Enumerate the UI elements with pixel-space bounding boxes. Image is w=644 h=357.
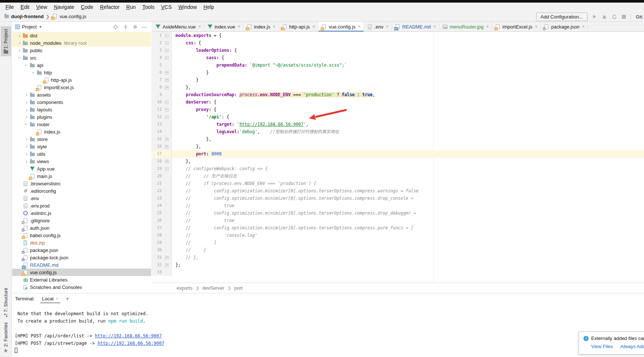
stripe-tab-structure[interactable]: 7: Structure: [0, 285, 11, 320]
code-line-24[interactable]: 24 // true: [151, 202, 644, 209]
fold-marker-icon[interactable]: [165, 145, 168, 148]
tree-item-vue.config.js[interactable]: JSvue.config.js: [12, 269, 151, 276]
tree-item-.browserslistrc[interactable]: .browserslistrc: [12, 180, 151, 187]
tree-item-style[interactable]: ›style: [12, 143, 151, 150]
code-line-14[interactable]: 14 logLevel:'debug', //控制台终端打印代理前的真实地址: [151, 128, 644, 135]
editor-tab-index.js[interactable]: JSindex.js×: [243, 22, 279, 31]
chevron-right-icon[interactable]: ›: [24, 151, 30, 156]
close-icon[interactable]: ×: [386, 24, 389, 29]
terminal-link[interactable]: http://192.168.66.56:9007: [95, 333, 162, 339]
menu-navigate[interactable]: Navigate: [51, 3, 78, 11]
menu-view[interactable]: View: [33, 3, 51, 11]
tree-item-app.vue[interactable]: App.vue: [12, 165, 151, 172]
editor-tab-.env[interactable]: .env×: [364, 22, 392, 31]
tree-item-dist[interactable]: ›dist: [12, 32, 151, 39]
breadcrumb-devserver[interactable]: devServer: [202, 285, 224, 291]
editor-tab-index.vue[interactable]: index.vue×: [204, 22, 244, 31]
chevron-right-icon[interactable]: ›: [24, 100, 30, 105]
close-icon[interactable]: ×: [273, 24, 275, 29]
tree-item-src[interactable]: ›src: [12, 54, 151, 61]
terminal-output[interactable]: Note that the development build is not o…: [12, 304, 644, 357]
editor-tab-package.json[interactable]: {}package.json×: [541, 22, 588, 31]
always-add-link[interactable]: Always Add: [620, 344, 644, 349]
project-panel-title[interactable]: Project: [22, 24, 37, 30]
code-line-22[interactable]: 22 // config.optimization.minimizer[0].o…: [151, 187, 644, 195]
close-icon[interactable]: ×: [358, 24, 361, 29]
fold-marker-icon[interactable]: [165, 160, 168, 163]
tree-item-router[interactable]: ›router: [12, 121, 151, 128]
chevron-down-icon[interactable]: ›: [24, 62, 29, 68]
close-icon[interactable]: ×: [535, 24, 538, 29]
stop-icon[interactable]: [622, 15, 626, 19]
add-configuration-button[interactable]: Add Configuration...: [536, 13, 587, 21]
chevron-right-icon[interactable]: ›: [24, 92, 30, 97]
fold-marker-icon[interactable]: [165, 108, 168, 111]
tree-item-utils[interactable]: ›utils: [12, 150, 151, 158]
chevron-down-icon[interactable]: ›: [17, 55, 22, 61]
tree-item-readme.md[interactable]: MDREADME.md: [12, 261, 151, 269]
code-line-29[interactable]: 29 // ]: [151, 239, 644, 246]
tree-item-.eslintrc.js[interactable]: .eslintrc.js: [12, 209, 151, 217]
code-line-21[interactable]: 21 // if (process.env.NODE_ENV === 'prod…: [151, 180, 644, 187]
debug-icon[interactable]: [602, 14, 607, 19]
git-branch-widget[interactable]: Git:: [636, 14, 643, 20]
editor-tab-importexcel.js[interactable]: JSimportExcel.js×: [492, 22, 541, 31]
tree-item-layouts[interactable]: ›layouts: [12, 106, 151, 113]
code-line-15[interactable]: 15 },: [151, 135, 644, 143]
tree-item-assets[interactable]: ›assets: [12, 91, 151, 98]
editor-tab-readme.md[interactable]: MDREADME.md×: [392, 22, 439, 31]
fold-marker-icon[interactable]: [165, 115, 168, 119]
breadcrumb-project[interactable]: duoji-frontend: [11, 14, 44, 19]
chevron-right-icon[interactable]: ›: [17, 33, 23, 38]
code-line-32[interactable]: 32};: [151, 261, 644, 269]
tree-item-.editorconfig[interactable]: ⚙.editorconfig: [12, 187, 151, 195]
tree-item-api[interactable]: ›api: [12, 61, 151, 69]
menu-code[interactable]: Code: [78, 3, 96, 11]
tree-item-dist.zip[interactable]: dist.zip: [12, 239, 151, 246]
code-line-19[interactable]: 19 // configureWebpack: config => {: [151, 165, 644, 172]
code-line-25[interactable]: 25 // config.optimization.minimizer[0].o…: [151, 209, 644, 217]
new-terminal-icon[interactable]: +: [62, 296, 73, 302]
menu-refactor[interactable]: Refactor: [97, 3, 123, 11]
tree-item-index.js[interactable]: JSindex.js: [12, 128, 151, 135]
tree-item-main.js[interactable]: JSmain.js: [12, 172, 151, 180]
close-icon[interactable]: ×: [56, 296, 58, 302]
tree-item-babel.config.js[interactable]: JSbabel.config.js: [12, 232, 151, 239]
close-icon[interactable]: ×: [486, 24, 489, 29]
collapse-all-icon[interactable]: [123, 24, 128, 30]
code-line-33[interactable]: 33: [151, 269, 644, 276]
gear-icon[interactable]: ⚙: [133, 25, 137, 29]
code-line-31[interactable]: 31 // },: [151, 254, 644, 261]
fold-marker-icon[interactable]: [165, 71, 168, 74]
locate-file-icon[interactable]: [113, 24, 118, 30]
fold-marker-icon[interactable]: [165, 41, 168, 45]
tree-item-views[interactable]: ›views: [12, 158, 151, 165]
close-icon[interactable]: ×: [582, 24, 585, 29]
code-line-12[interactable]: 12 '/api': {: [151, 113, 644, 121]
code-line-2[interactable]: 2 css: {: [151, 39, 644, 47]
run-icon[interactable]: [592, 14, 597, 19]
fold-marker-icon[interactable]: [165, 56, 168, 60]
code-line-5[interactable]: 5 prependData: `@import "~@/assets/scss/…: [151, 61, 644, 69]
fold-marker-icon[interactable]: [165, 78, 168, 82]
fold-marker-icon[interactable]: [165, 34, 168, 37]
menu-tools[interactable]: Tools: [139, 3, 158, 11]
code-line-13[interactable]: 13 target: 'http://192.168.66.56:9007',: [151, 121, 644, 128]
breadcrumb-port[interactable]: port: [234, 285, 242, 291]
tree-item-external-libraries[interactable]: External Libraries: [12, 276, 151, 283]
editor-tab-http-api.js[interactable]: JShttp-api.js×: [279, 22, 318, 31]
tree-item-package.json[interactable]: {}package.json: [12, 246, 151, 254]
chevron-right-icon[interactable]: ›: [24, 144, 30, 149]
tree-item-http-api.js[interactable]: JShttp-api.js: [12, 76, 151, 84]
stripe-tab-favorites[interactable]: 2: Favorites ★: [0, 320, 11, 356]
chevron-down-icon[interactable]: ›: [31, 70, 36, 75]
tree-item-store[interactable]: ›store: [12, 135, 151, 143]
chevron-right-icon[interactable]: ›: [24, 107, 30, 112]
chevron-right-icon[interactable]: ›: [17, 48, 23, 53]
menu-edit[interactable]: Edit: [17, 3, 33, 11]
code-line-30[interactable]: 30 // }: [151, 246, 644, 254]
code-line-26[interactable]: 26 // true: [151, 217, 644, 224]
close-icon[interactable]: ×: [313, 24, 315, 29]
chevron-right-icon[interactable]: ›: [24, 137, 30, 142]
code-editor[interactable]: 1module.exports = {2 css: {3 loaderOptio…: [151, 32, 644, 283]
